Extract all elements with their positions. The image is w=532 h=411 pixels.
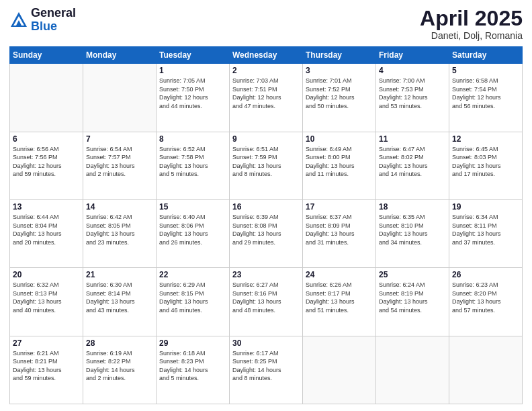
calendar-cell: 8Sunrise: 6:52 AM Sunset: 7:58 PM Daylig… bbox=[157, 132, 230, 199]
calendar-week-1: 1Sunrise: 7:05 AM Sunset: 7:50 PM Daylig… bbox=[10, 64, 523, 132]
day-info: Sunrise: 6:24 AM Sunset: 8:19 PM Dayligh… bbox=[379, 281, 446, 314]
calendar-cell: 14Sunrise: 6:42 AM Sunset: 8:05 PM Dayli… bbox=[83, 199, 157, 267]
calendar-cell: 28Sunrise: 6:19 AM Sunset: 8:22 PM Dayli… bbox=[83, 336, 157, 404]
calendar-week-2: 6Sunrise: 6:56 AM Sunset: 7:56 PM Daylig… bbox=[10, 132, 523, 199]
day-info: Sunrise: 6:39 AM Sunset: 8:08 PM Dayligh… bbox=[232, 213, 300, 246]
day-info: Sunrise: 6:51 AM Sunset: 7:59 PM Dayligh… bbox=[232, 145, 300, 179]
day-number: 14 bbox=[86, 202, 153, 212]
day-info: Sunrise: 6:54 AM Sunset: 7:57 PM Dayligh… bbox=[86, 145, 153, 179]
day-info: Sunrise: 6:26 AM Sunset: 8:17 PM Dayligh… bbox=[306, 281, 373, 314]
day-number: 18 bbox=[379, 202, 446, 212]
calendar-cell: 10Sunrise: 6:49 AM Sunset: 8:00 PM Dayli… bbox=[303, 132, 376, 199]
day-info: Sunrise: 6:17 AM Sunset: 8:25 PM Dayligh… bbox=[232, 349, 300, 383]
calendar-table: SundayMondayTuesdayWednesdayThursdayFrid… bbox=[9, 46, 523, 404]
day-number: 26 bbox=[452, 270, 519, 279]
day-number: 3 bbox=[306, 66, 373, 75]
day-info: Sunrise: 6:45 AM Sunset: 8:03 PM Dayligh… bbox=[452, 145, 519, 179]
day-info: Sunrise: 6:47 AM Sunset: 8:02 PM Dayligh… bbox=[379, 145, 446, 179]
day-info: Sunrise: 6:58 AM Sunset: 7:54 PM Dayligh… bbox=[452, 77, 519, 110]
day-info: Sunrise: 6:27 AM Sunset: 8:16 PM Dayligh… bbox=[232, 281, 300, 314]
day-number: 2 bbox=[232, 66, 300, 75]
day-number: 8 bbox=[159, 134, 226, 144]
calendar-cell: 5Sunrise: 6:58 AM Sunset: 7:54 PM Daylig… bbox=[449, 64, 523, 132]
month-title: April 2025 bbox=[420, 7, 523, 30]
day-info: Sunrise: 6:23 AM Sunset: 8:20 PM Dayligh… bbox=[452, 281, 519, 314]
day-number: 7 bbox=[86, 134, 153, 144]
calendar-cell: 12Sunrise: 6:45 AM Sunset: 8:03 PM Dayli… bbox=[449, 132, 523, 199]
calendar-cell: 11Sunrise: 6:47 AM Sunset: 8:02 PM Dayli… bbox=[376, 132, 449, 199]
calendar-cell bbox=[10, 64, 83, 132]
day-number: 30 bbox=[232, 338, 300, 348]
day-number: 9 bbox=[232, 134, 300, 144]
weekday-header-tuesday: Tuesday bbox=[157, 47, 230, 64]
calendar-cell: 9Sunrise: 6:51 AM Sunset: 7:59 PM Daylig… bbox=[230, 132, 303, 199]
calendar-cell: 30Sunrise: 6:17 AM Sunset: 8:25 PM Dayli… bbox=[230, 336, 303, 404]
calendar-cell: 17Sunrise: 6:37 AM Sunset: 8:09 PM Dayli… bbox=[303, 199, 376, 267]
day-number: 19 bbox=[452, 202, 519, 212]
calendar-cell: 7Sunrise: 6:54 AM Sunset: 7:57 PM Daylig… bbox=[83, 132, 157, 199]
calendar-cell: 15Sunrise: 6:40 AM Sunset: 8:06 PM Dayli… bbox=[157, 199, 230, 267]
calendar-cell: 1Sunrise: 7:05 AM Sunset: 7:50 PM Daylig… bbox=[157, 64, 230, 132]
calendar-week-3: 13Sunrise: 6:44 AM Sunset: 8:04 PM Dayli… bbox=[10, 199, 523, 267]
day-info: Sunrise: 6:32 AM Sunset: 8:13 PM Dayligh… bbox=[13, 281, 80, 314]
weekday-header-row: SundayMondayTuesdayWednesdayThursdayFrid… bbox=[10, 47, 523, 64]
logo-icon bbox=[9, 11, 28, 30]
day-number: 21 bbox=[86, 270, 153, 279]
day-info: Sunrise: 7:00 AM Sunset: 7:53 PM Dayligh… bbox=[379, 77, 446, 110]
day-info: Sunrise: 6:29 AM Sunset: 8:15 PM Dayligh… bbox=[159, 281, 226, 314]
title-block: April 2025 Daneti, Dolj, Romania bbox=[420, 7, 523, 41]
day-info: Sunrise: 6:37 AM Sunset: 8:09 PM Dayligh… bbox=[306, 213, 373, 246]
day-number: 23 bbox=[232, 270, 300, 279]
calendar-cell: 22Sunrise: 6:29 AM Sunset: 8:15 PM Dayli… bbox=[157, 268, 230, 336]
calendar-cell bbox=[376, 336, 449, 404]
day-number: 16 bbox=[232, 202, 300, 212]
day-number: 20 bbox=[13, 270, 80, 279]
calendar-cell: 29Sunrise: 6:18 AM Sunset: 8:23 PM Dayli… bbox=[157, 336, 230, 404]
day-info: Sunrise: 6:21 AM Sunset: 8:21 PM Dayligh… bbox=[13, 349, 80, 383]
calendar-cell: 3Sunrise: 7:01 AM Sunset: 7:52 PM Daylig… bbox=[303, 64, 376, 132]
calendar-cell: 4Sunrise: 7:00 AM Sunset: 7:53 PM Daylig… bbox=[376, 64, 449, 132]
day-number: 4 bbox=[379, 66, 446, 75]
day-number: 5 bbox=[452, 66, 519, 75]
logo: General Blue bbox=[9, 7, 76, 34]
weekday-header-monday: Monday bbox=[83, 47, 157, 64]
day-number: 28 bbox=[86, 338, 153, 348]
day-info: Sunrise: 7:01 AM Sunset: 7:52 PM Dayligh… bbox=[306, 77, 373, 110]
page: General Blue April 2025 Daneti, Dolj, Ro… bbox=[0, 0, 532, 411]
calendar-cell: 23Sunrise: 6:27 AM Sunset: 8:16 PM Dayli… bbox=[230, 268, 303, 336]
day-number: 17 bbox=[306, 202, 373, 212]
day-number: 1 bbox=[159, 66, 226, 75]
day-info: Sunrise: 6:34 AM Sunset: 8:11 PM Dayligh… bbox=[452, 213, 519, 246]
calendar-cell: 20Sunrise: 6:32 AM Sunset: 8:13 PM Dayli… bbox=[10, 268, 83, 336]
calendar-cell: 26Sunrise: 6:23 AM Sunset: 8:20 PM Dayli… bbox=[449, 268, 523, 336]
day-number: 29 bbox=[159, 338, 226, 348]
day-info: Sunrise: 6:49 AM Sunset: 8:00 PM Dayligh… bbox=[306, 145, 373, 179]
calendar-cell: 18Sunrise: 6:35 AM Sunset: 8:10 PM Dayli… bbox=[376, 199, 449, 267]
day-info: Sunrise: 6:30 AM Sunset: 8:14 PM Dayligh… bbox=[86, 281, 153, 314]
calendar-cell bbox=[83, 64, 157, 132]
weekday-header-friday: Friday bbox=[376, 47, 449, 64]
day-info: Sunrise: 6:56 AM Sunset: 7:56 PM Dayligh… bbox=[13, 145, 80, 179]
day-info: Sunrise: 6:18 AM Sunset: 8:23 PM Dayligh… bbox=[159, 349, 226, 383]
day-number: 22 bbox=[159, 270, 226, 279]
day-info: Sunrise: 6:52 AM Sunset: 7:58 PM Dayligh… bbox=[159, 145, 226, 179]
calendar-cell: 13Sunrise: 6:44 AM Sunset: 8:04 PM Dayli… bbox=[10, 199, 83, 267]
day-number: 27 bbox=[13, 338, 80, 348]
location: Daneti, Dolj, Romania bbox=[420, 30, 523, 41]
weekday-header-sunday: Sunday bbox=[10, 47, 83, 64]
calendar-cell: 24Sunrise: 6:26 AM Sunset: 8:17 PM Dayli… bbox=[303, 268, 376, 336]
calendar-cell: 21Sunrise: 6:30 AM Sunset: 8:14 PM Dayli… bbox=[83, 268, 157, 336]
calendar-week-4: 20Sunrise: 6:32 AM Sunset: 8:13 PM Dayli… bbox=[10, 268, 523, 336]
day-number: 15 bbox=[159, 202, 226, 212]
logo-general: General bbox=[31, 7, 76, 20]
day-info: Sunrise: 6:42 AM Sunset: 8:05 PM Dayligh… bbox=[86, 213, 153, 246]
calendar-cell: 19Sunrise: 6:34 AM Sunset: 8:11 PM Dayli… bbox=[449, 199, 523, 267]
calendar-cell: 27Sunrise: 6:21 AM Sunset: 8:21 PM Dayli… bbox=[10, 336, 83, 404]
day-info: Sunrise: 7:03 AM Sunset: 7:51 PM Dayligh… bbox=[232, 77, 300, 110]
day-number: 25 bbox=[379, 270, 446, 279]
weekday-header-thursday: Thursday bbox=[303, 47, 376, 64]
calendar-cell: 6Sunrise: 6:56 AM Sunset: 7:56 PM Daylig… bbox=[10, 132, 83, 199]
calendar-cell bbox=[303, 336, 376, 404]
weekday-header-saturday: Saturday bbox=[449, 47, 523, 64]
day-number: 10 bbox=[306, 134, 373, 144]
